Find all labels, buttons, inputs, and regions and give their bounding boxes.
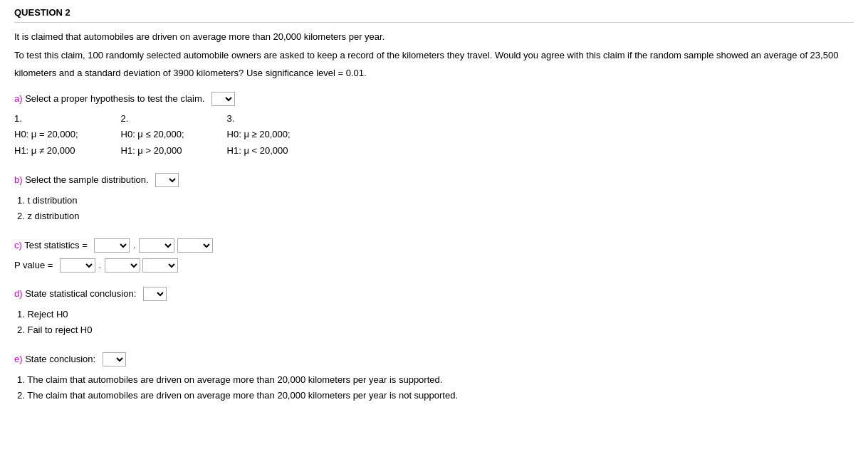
pvalue-select-3[interactable]: 0 1 2 3 4 5 6 7 8 9 — [142, 258, 178, 273]
test-stat-select-1[interactable]: 1 2 3 4 5 6 7 8 9 — [94, 238, 130, 253]
section-b-label: b) — [14, 174, 23, 185]
section-d-text: State statistical conclusion: — [25, 288, 136, 299]
distribution-option-1: 1. t distribution — [17, 193, 854, 208]
test-stat-select-2[interactable]: 0 1 2 3 4 5 6 7 8 9 — [139, 238, 174, 253]
section-e-label: e) — [14, 354, 23, 364]
hypothesis-option-2: 2. H0: μ ≤ 20,000; H1: μ > 20,000 — [121, 112, 184, 159]
section-b-select[interactable]: 1 2 — [155, 173, 179, 187]
distribution-option-2: 2. z distribution — [17, 208, 854, 224]
conclusion-option-1: 1. Reject H0 — [17, 307, 854, 322]
conclusion-option-2: 2. Fail to reject H0 — [17, 322, 854, 338]
test-stat-select-3[interactable]: 0 1 2 3 4 5 6 7 8 9 — [177, 238, 213, 253]
section-e-text: State conclusion: — [25, 354, 95, 364]
section-e-select[interactable]: 1 2 — [103, 352, 126, 366]
section-a-text: Select a proper hypothesis to test the c… — [25, 93, 204, 104]
section-d-select[interactable]: 1 2 — [143, 287, 167, 301]
intro-line1: It is claimed that automobiles are drive… — [14, 30, 854, 44]
question-title: QUESTION 2 — [14, 7, 854, 23]
state-conclusion-option-1: 1. The claim that automobiles are driven… — [17, 372, 854, 388]
pvalue-separator: . — [99, 260, 102, 270]
section-b-text: Select the sample distribution. — [25, 174, 148, 185]
pvalue-text: P value = — [14, 260, 53, 270]
pvalue-select-1[interactable]: 0 1 2 3 4 5 6 7 8 9 — [60, 258, 95, 273]
intro-line2: To test this claim, 100 randomly selecte… — [14, 48, 854, 63]
section-a-label: a) — [14, 93, 23, 104]
hypothesis-option-1: 1. H0: μ = 20,000; H1: μ ≠ 20,000 — [14, 112, 78, 159]
section-c-text: Test statistics = — [24, 240, 88, 250]
intro-line3: kilometers and a standard deviation of 3… — [14, 66, 854, 80]
state-conclusion-option-2: 2. The claim that automobiles are driven… — [17, 388, 854, 403]
section-a-select[interactable]: 1 2 3 — [211, 92, 235, 106]
section-c-label: c) — [14, 240, 22, 250]
hypothesis-option-3: 3. H0: μ ≥ 20,000; H1: μ < 20,000 — [227, 112, 291, 159]
pvalue-select-2[interactable]: 0 1 2 3 4 5 6 7 8 9 — [105, 258, 140, 273]
section-d-label: d) — [14, 288, 23, 299]
test-stat-separator: . — [133, 240, 136, 250]
